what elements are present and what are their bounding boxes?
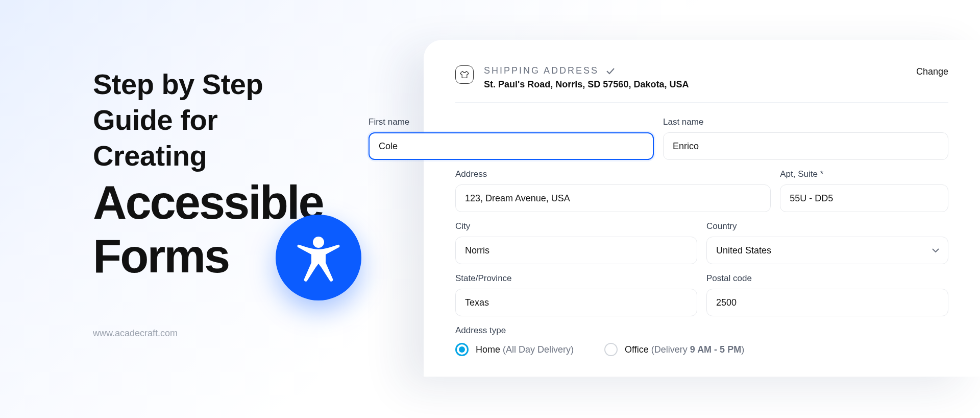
- country-label: Country: [706, 221, 948, 231]
- form-header: SHIPPING ADDRESS St. Paul's Road, Norris…: [455, 65, 948, 103]
- last-name-input[interactable]: [663, 132, 948, 160]
- shipping-summary: St. Paul's Road, Norris, SD 57560, Dakot…: [484, 79, 906, 90]
- state-label: State/Province: [455, 273, 697, 284]
- change-link[interactable]: Change: [916, 66, 948, 77]
- address-type-label: Address type: [455, 326, 948, 336]
- city-label: City: [455, 221, 697, 231]
- accessibility-icon: [276, 215, 361, 300]
- headline-line-1: Step by Step: [93, 66, 337, 102]
- shirt-icon: [455, 65, 474, 84]
- apt-input[interactable]: [780, 184, 948, 212]
- postal-input[interactable]: [706, 289, 948, 316]
- first-name-input[interactable]: [369, 132, 654, 160]
- headline-line-2: Guide for Creating: [93, 102, 337, 174]
- check-icon: [606, 67, 615, 75]
- address-input[interactable]: [455, 184, 771, 212]
- radio-home[interactable]: Home (All Day Delivery): [455, 343, 574, 356]
- postal-label: Postal code: [706, 273, 948, 284]
- address-label: Address: [455, 169, 771, 179]
- city-input[interactable]: [455, 237, 697, 264]
- shipping-title: SHIPPING ADDRESS: [484, 65, 599, 76]
- radio-office[interactable]: Office (Delivery 9 AM - 5 PM): [604, 343, 744, 356]
- state-input[interactable]: [455, 289, 697, 316]
- apt-label: Apt, Suite *: [780, 169, 948, 179]
- last-name-label: Last name: [663, 117, 948, 127]
- shipping-form-card: SHIPPING ADDRESS St. Paul's Road, Norris…: [424, 40, 980, 377]
- chevron-down-icon: [932, 248, 939, 252]
- radio-home-name: Home: [476, 344, 500, 355]
- radio-home-meta: (All Day Delivery): [503, 344, 574, 355]
- website-url: www.acadecraft.com: [93, 328, 178, 339]
- svg-point-0: [313, 237, 324, 248]
- radio-office-name: Office: [625, 344, 649, 355]
- first-name-label: First name: [369, 117, 654, 127]
- hero-section: Step by Step Guide for Creating Accessib…: [0, 0, 368, 418]
- radio-icon-unselected: [604, 343, 618, 356]
- country-select[interactable]: [706, 237, 948, 264]
- radio-icon-selected: [455, 343, 469, 356]
